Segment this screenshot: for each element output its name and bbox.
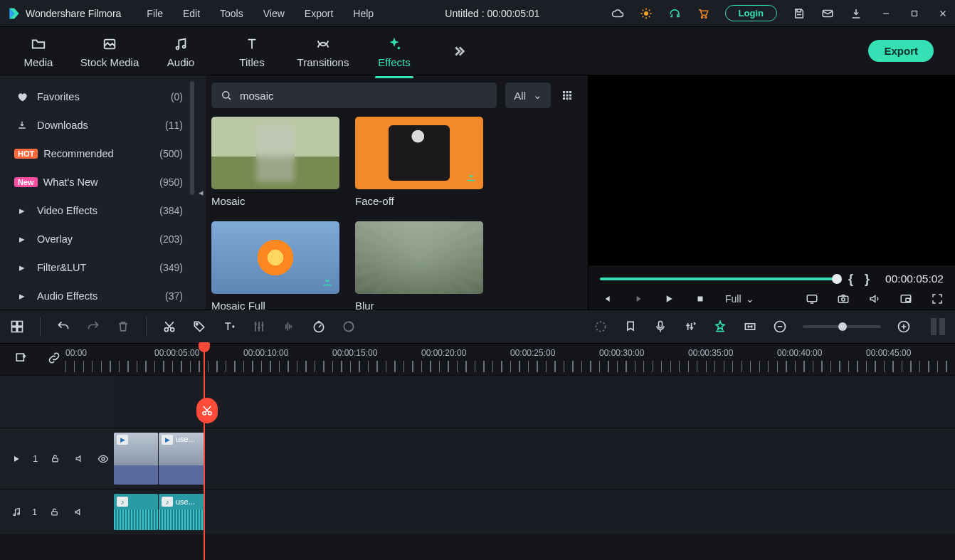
menu-file[interactable]: File [147, 8, 163, 19]
mark-in-icon[interactable]: { [848, 272, 853, 287]
download-effect-icon[interactable] [465, 171, 478, 184]
login-button[interactable]: Login [725, 5, 777, 21]
eye-icon[interactable] [96, 452, 110, 466]
sidebar-scrollbar[interactable] [190, 81, 194, 195]
close-icon[interactable] [936, 7, 949, 20]
volume-icon[interactable] [868, 292, 881, 305]
cut-icon[interactable] [162, 319, 176, 334]
effect-card-face-off[interactable]: Face-off [355, 117, 483, 207]
menu-tools[interactable]: Tools [220, 8, 243, 19]
auto-beat-icon[interactable] [713, 319, 727, 334]
effect-card-mosaic-full[interactable]: Mosaic Full [211, 221, 339, 312]
zoom-slider-thumb[interactable] [838, 322, 847, 331]
snapshot-icon[interactable] [837, 292, 850, 305]
mic-icon[interactable] [653, 319, 668, 334]
filter-dropdown[interactable]: All ⌄ [505, 83, 551, 108]
zoom-slider[interactable] [803, 325, 881, 328]
sidebar-item-audio-effects[interactable]: ▸ Audio Effects (37) [7, 282, 190, 310]
sidebar-item-downloads[interactable]: Downloads (11) [7, 111, 190, 139]
zoom-in-icon[interactable] [897, 319, 911, 334]
effect-card-blur[interactable]: Blur [355, 221, 483, 312]
menu-export[interactable]: Export [305, 8, 333, 19]
save-icon[interactable] [793, 7, 806, 20]
search-input-wrap[interactable] [211, 83, 497, 108]
mark-out-icon[interactable]: } [865, 272, 870, 287]
delete-icon[interactable] [116, 319, 130, 334]
meter-icon[interactable] [931, 318, 945, 335]
sidebar-item-recommended[interactable]: HOT Recommended (500) [7, 139, 190, 168]
fit-icon[interactable] [743, 319, 757, 334]
sidebar-item-overlay[interactable]: ▸ Overlay (203) [7, 225, 190, 253]
menu-view[interactable]: View [263, 8, 285, 19]
video-track-lane[interactable]: ▶ ▶use... [114, 428, 955, 489]
download-effect-icon[interactable] [321, 275, 334, 288]
render-icon[interactable] [593, 319, 608, 334]
sidebar-item-filter-lut[interactable]: ▸ Filter&LUT (349) [7, 253, 190, 282]
export-button[interactable]: Export [868, 40, 934, 62]
adjust-icon[interactable] [252, 319, 266, 334]
sidebar-collapse-handle[interactable]: ◂ [196, 75, 206, 310]
chevron-down-icon: ⌄ [533, 89, 542, 102]
display-icon[interactable] [806, 292, 818, 305]
maximize-icon[interactable] [908, 7, 921, 20]
audio-clip[interactable]: ♪use... [159, 494, 204, 530]
stop-icon[interactable] [694, 292, 707, 305]
layout-icon[interactable] [10, 319, 24, 334]
tab-media[interactable]: Media [3, 33, 74, 68]
playhead-cut-handle[interactable] [196, 398, 218, 423]
sidebar-item-video-effects[interactable]: ▸ Video Effects (384) [7, 196, 190, 225]
undo-icon[interactable] [56, 319, 70, 334]
preview-canvas[interactable] [589, 75, 955, 265]
menu-help[interactable]: Help [353, 8, 374, 19]
mute-icon[interactable] [71, 505, 85, 519]
headset-icon[interactable] [668, 7, 681, 20]
lock-icon[interactable] [47, 505, 61, 519]
preview-progress-thumb[interactable] [832, 274, 842, 284]
pip-icon[interactable] [899, 292, 912, 305]
minimize-icon[interactable] [880, 7, 892, 20]
add-text-icon[interactable] [222, 319, 236, 334]
redo-icon[interactable] [86, 319, 100, 334]
sparkle-icon[interactable] [640, 7, 653, 20]
preview-progress[interactable] [600, 278, 837, 280]
audio-track-lane[interactable]: ♪ ♪use... [114, 490, 955, 534]
audio-clip[interactable]: ♪ [114, 494, 158, 530]
link-icon[interactable] [47, 351, 61, 365]
divider [40, 317, 41, 336]
cart-icon[interactable] [697, 7, 709, 20]
tab-titles[interactable]: Titles [216, 33, 287, 68]
grid-view-icon[interactable] [559, 88, 575, 103]
step-back-icon[interactable] [631, 292, 644, 305]
mute-icon[interactable] [72, 452, 86, 466]
mail-icon[interactable] [821, 7, 834, 20]
svg-rect-15 [569, 95, 571, 97]
video-clip[interactable]: ▶ [114, 433, 158, 485]
tag-icon[interactable] [192, 319, 206, 334]
zoom-out-icon[interactable] [773, 319, 787, 334]
menu-edit[interactable]: Edit [183, 8, 200, 19]
sidebar-item-favorites[interactable]: Favorites (0) [7, 83, 190, 111]
marker-icon[interactable] [623, 319, 638, 334]
preview-quality-dropdown[interactable]: Full⌄ [725, 293, 754, 305]
color-icon[interactable] [342, 319, 356, 334]
audio-mixer-icon[interactable] [683, 319, 697, 334]
search-input[interactable] [240, 90, 488, 102]
play-icon[interactable] [663, 292, 675, 305]
audio-wave-icon[interactable] [282, 319, 296, 334]
sidebar-item-whats-new[interactable]: New What's New (950) [7, 168, 190, 196]
download-icon[interactable] [850, 7, 862, 20]
cloud-icon[interactable] [611, 7, 624, 20]
playhead[interactable] [204, 344, 205, 560]
tab-effects[interactable]: Effects [359, 33, 430, 68]
video-clip[interactable]: ▶use... [159, 433, 204, 485]
speed-icon[interactable] [312, 319, 326, 334]
tab-stock-media[interactable]: Stock Media [74, 33, 145, 68]
tabs-more[interactable] [430, 43, 487, 59]
effect-card-mosaic[interactable]: Mosaic [211, 117, 339, 207]
lock-icon[interactable] [48, 452, 62, 466]
fullscreen-icon[interactable] [931, 292, 944, 305]
prev-frame-icon[interactable] [600, 292, 613, 305]
tab-transitions[interactable]: Transitions [287, 33, 359, 68]
tab-audio[interactable]: Audio [145, 33, 216, 68]
add-track-icon[interactable] [14, 351, 28, 365]
